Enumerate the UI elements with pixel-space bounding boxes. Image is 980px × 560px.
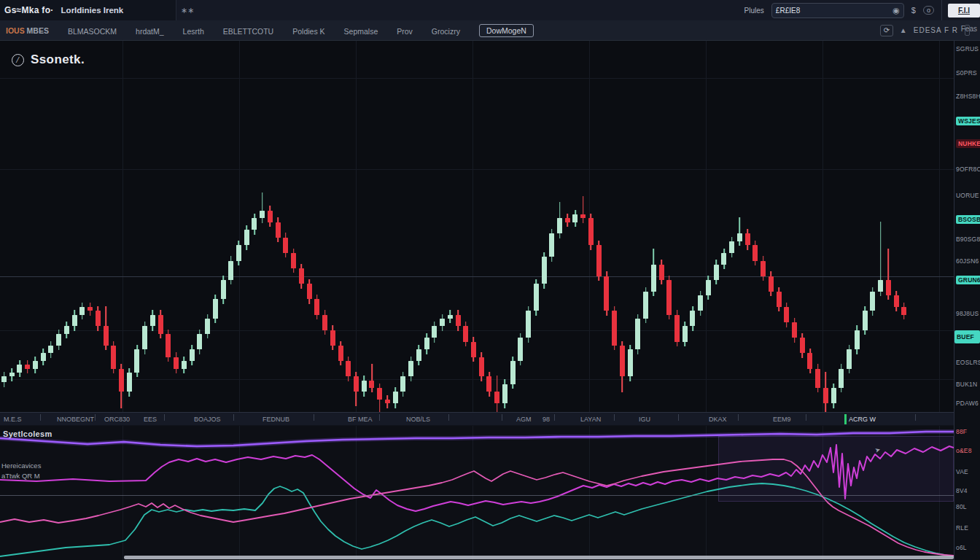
candle (440, 314, 445, 331)
candle (855, 325, 860, 354)
nav-item-4[interactable]: Poldies K (292, 27, 324, 36)
gridline-v (822, 41, 823, 412)
candle (283, 233, 288, 257)
search-input[interactable]: £R£IE8 ◉ (771, 3, 904, 18)
candle (901, 303, 906, 319)
chart-title: ⁄ Ssonetk. (12, 52, 85, 67)
price-label: 80L (956, 503, 967, 510)
nav-item-brand[interactable]: IOUS MBES (6, 26, 49, 35)
scrollbar[interactable] (124, 556, 954, 559)
nav-item-2[interactable]: Lesrth (183, 27, 204, 36)
time-axis[interactable]: M.E.SNNOBEGNTORC830EESBOAJOSFEDNUBBF MEA… (0, 412, 954, 426)
candle (166, 330, 171, 362)
nav-item-1[interactable]: hrdatM_ (136, 27, 164, 36)
candle (48, 341, 53, 358)
time-tick (164, 414, 165, 421)
time-tick (614, 414, 615, 421)
candle (471, 337, 476, 362)
candle (79, 303, 85, 319)
time-label: EES (144, 416, 157, 423)
nav-items: BLMASOCKMhrdatM_LesrthEBLETTCOTUPoldies … (68, 24, 479, 37)
candle (17, 360, 22, 377)
price-label-highlight: GRUN6 (956, 276, 980, 284)
currency-icon[interactable]: $ (911, 6, 916, 15)
candle (752, 241, 758, 265)
candle (299, 264, 304, 289)
candle (839, 364, 844, 392)
candle (526, 306, 531, 343)
candle (815, 364, 820, 392)
candle (252, 214, 257, 235)
candle (190, 345, 195, 366)
gridline-h (0, 169, 954, 170)
candle (894, 291, 899, 312)
candle (502, 379, 508, 408)
nav-item-0[interactable]: BLMASOCKM (68, 27, 117, 36)
candle (260, 192, 265, 223)
candle (745, 229, 750, 250)
time-tick (95, 414, 96, 421)
candlestick-chart[interactable]: ⁄ Ssonetk. (0, 41, 954, 412)
candle (463, 322, 468, 346)
candle (549, 229, 554, 261)
time-tick (40, 414, 41, 421)
fii-button[interactable]: F.I.I (948, 4, 980, 18)
gridline-v (356, 41, 357, 412)
price-label: 98J8US (956, 310, 979, 317)
candle (400, 372, 405, 397)
candle (596, 241, 602, 281)
time-tick (448, 414, 449, 421)
indicator-sublabel-2: aTtwk QR M (1, 472, 40, 480)
candle (792, 318, 797, 343)
nav-item-5[interactable]: Sepmalse (344, 27, 378, 36)
candle (213, 295, 218, 323)
candle (847, 345, 852, 373)
candle (651, 249, 656, 297)
price-axis[interactable]: SGRUSS0PRSZ8HS8HWSJESNUHKE9OFR8CUORUEBSO… (954, 41, 980, 560)
candle (354, 372, 359, 406)
indicator-sublabel-1: Hereicavices (1, 462, 41, 470)
time-tick (738, 414, 739, 421)
candle (134, 345, 139, 377)
time-tick (915, 414, 916, 421)
candle (831, 384, 836, 408)
candle (182, 357, 187, 373)
candle (580, 196, 586, 223)
download-button[interactable]: DowMogeN (479, 24, 534, 37)
nav-item-6[interactable]: Prov (397, 27, 413, 36)
nav-item-7[interactable]: Grocizry (432, 27, 460, 36)
time-tick (502, 414, 502, 421)
candle (72, 310, 77, 331)
time-tick (554, 414, 555, 421)
candle (385, 395, 390, 408)
candle (377, 384, 382, 412)
triangle-icon[interactable]: ▲ (900, 26, 907, 34)
pink-line (0, 459, 954, 556)
candle (142, 322, 147, 354)
time-label: 98 (542, 416, 550, 423)
logo-primary: Gs≈Mka fo· (4, 5, 54, 15)
candle (119, 364, 124, 408)
price-label-highlight: NUHKE (956, 139, 980, 148)
candle (534, 279, 539, 316)
candle (557, 202, 562, 238)
candle (479, 352, 484, 381)
candle (338, 341, 343, 366)
refresh-icon[interactable]: ⟳ (880, 25, 893, 36)
candle (174, 352, 179, 373)
price-label: RLE (956, 524, 968, 532)
globe-icon[interactable]: ◉ (892, 6, 900, 15)
time-label: ACRG W (849, 416, 876, 423)
price-label: B90SG8 (956, 236, 980, 243)
candle (268, 206, 273, 227)
pill-icon[interactable]: o (923, 6, 934, 15)
time-label: BF MEA (348, 416, 373, 423)
logo[interactable]: Gs≈Mka fo· Lorldinies Irenk (0, 0, 176, 20)
price-label: o6L (956, 544, 967, 551)
nav-item-3[interactable]: EBLETTCOTU (223, 27, 273, 36)
candle (800, 333, 805, 358)
indicator-panel[interactable]: Syetlcolesm Hereicavices aTtwk QR M ➤ (0, 426, 954, 560)
candle (737, 217, 742, 246)
candle (878, 222, 883, 297)
candle (863, 306, 868, 335)
